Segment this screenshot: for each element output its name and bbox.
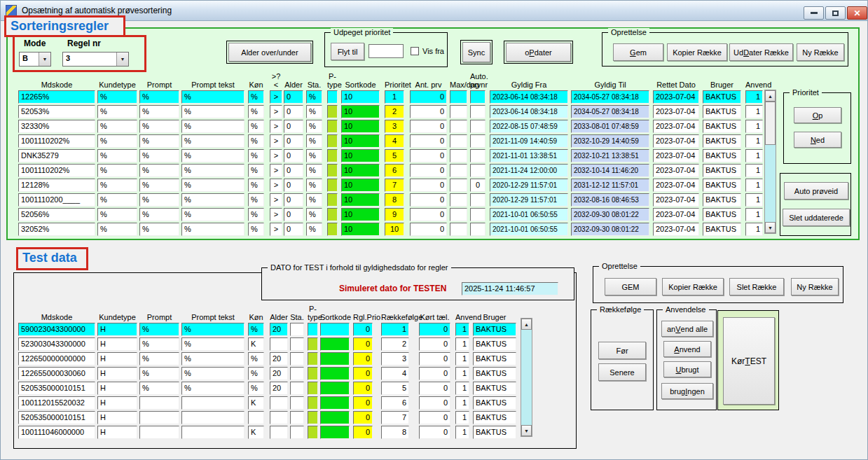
table-cell[interactable]	[470, 208, 485, 221]
table-cell[interactable]: 0	[284, 134, 303, 148]
table-cell[interactable]: 2031-12-12 11:57:01	[571, 179, 649, 192]
table-cell[interactable]: %	[181, 149, 244, 162]
koer-test-button[interactable]: Kør TEST	[723, 317, 775, 405]
table-cell[interactable]: 1	[745, 164, 763, 177]
rules-scrollbar[interactable]: ▲ ▼	[764, 90, 776, 234]
table-cell[interactable]	[308, 411, 318, 424]
table-cell[interactable]: BAKTUS	[703, 179, 741, 192]
table-cell[interactable]	[308, 396, 318, 410]
anvend-alle-button[interactable]: anVend alle	[661, 321, 713, 337]
table-cell[interactable]: 1	[455, 367, 469, 380]
table-cell[interactable]: 10	[341, 193, 380, 207]
table-cell[interactable]: 0	[470, 179, 485, 192]
table-cell[interactable]: %	[139, 105, 179, 118]
table-cell[interactable]: 0	[284, 120, 303, 133]
table-cell[interactable]: 2034-05-27 08:34:18	[571, 90, 649, 104]
table-cell[interactable]: 100112015520032	[18, 396, 95, 410]
table-cell[interactable]	[470, 90, 485, 104]
table-cell[interactable]: 1	[745, 120, 763, 133]
table-cell[interactable]: %	[181, 208, 244, 221]
table-cell[interactable]: 2023-07-04	[653, 223, 699, 236]
table-cell[interactable]: %	[248, 90, 264, 104]
sync-button[interactable]: Sync	[462, 42, 490, 62]
table-cell[interactable]	[139, 396, 179, 410]
table-cell[interactable]	[327, 208, 338, 221]
table-cell[interactable]: 2032-10-21 13:38:51	[571, 149, 649, 162]
table-cell[interactable]: 6	[381, 396, 409, 410]
uddater-raekke-button[interactable]: UdDater Række	[729, 43, 793, 61]
table-cell[interactable]: 10	[341, 208, 380, 221]
table-cell[interactable]: %	[306, 223, 322, 236]
table-cell[interactable]	[327, 223, 338, 236]
opdater-button[interactable]: oPdater	[506, 43, 571, 62]
table-cell[interactable]: 0	[353, 323, 373, 336]
table-cell[interactable]: >	[270, 149, 282, 162]
table-cell[interactable]: 2023-06-14 08:34:18	[490, 90, 568, 104]
table-cell[interactable]: 10	[385, 223, 404, 236]
table-cell[interactable]: 0	[410, 223, 447, 236]
table-cell[interactable]: BAKTUS	[473, 426, 516, 439]
table-cell[interactable]: %	[181, 323, 244, 336]
table-cell[interactable]: 0	[284, 105, 303, 118]
table-cell[interactable]: K	[248, 396, 264, 410]
table-cell[interactable]: %	[139, 208, 179, 221]
table-cell[interactable]: %	[181, 337, 244, 351]
table-cell[interactable]: 1	[745, 134, 763, 148]
table-cell[interactable]: %	[248, 164, 264, 177]
table-cell[interactable]	[450, 105, 467, 118]
table-cell[interactable]: 2023-07-04	[653, 193, 699, 207]
table-cell[interactable]: 0	[284, 208, 303, 221]
table-cell[interactable]: H	[97, 382, 137, 395]
regel-nr-select[interactable]: 3 ▼	[62, 52, 129, 67]
table-cell[interactable]: K	[248, 426, 264, 439]
table-cell[interactable]: 3	[385, 120, 404, 133]
table-cell[interactable]: H	[97, 396, 137, 410]
chevron-down-icon[interactable]: ▼	[39, 53, 50, 66]
table-cell[interactable]: %	[306, 120, 322, 133]
table-cell[interactable]	[327, 193, 338, 207]
table-cell[interactable]	[248, 411, 264, 424]
table-cell[interactable]: >	[270, 179, 282, 192]
table-cell[interactable]: 0	[419, 411, 450, 424]
auto-proveid-button[interactable]: Auto prøveid	[784, 182, 848, 200]
table-cell[interactable]: 2021-10-01 06:50:55	[490, 223, 568, 236]
table-cell[interactable]: 5	[381, 382, 409, 395]
table-cell[interactable]: 2023-07-04	[653, 105, 699, 118]
table-cell[interactable]	[139, 411, 179, 424]
slet-uddaterede-button[interactable]: Slet uddaterede	[783, 209, 850, 226]
table-cell[interactable]: 1	[745, 193, 763, 207]
table-cell[interactable]: BAKTUS	[703, 90, 741, 104]
table-cell[interactable]: 52053%	[18, 105, 95, 118]
table-cell[interactable]	[320, 426, 350, 439]
table-cell[interactable]: 2021-11-01 13:38:51	[490, 149, 568, 162]
table-cell[interactable]: %	[181, 382, 244, 395]
table-cell[interactable]	[290, 382, 304, 395]
table-cell[interactable]: 7	[381, 411, 409, 424]
table-cell[interactable]	[450, 208, 467, 221]
table-cell[interactable]	[270, 411, 288, 424]
gem-test-button[interactable]: GEM	[605, 278, 656, 295]
table-cell[interactable]: H	[97, 426, 137, 439]
alder-over-under-button[interactable]: Alder over/under	[228, 43, 311, 62]
table-cell[interactable]: BAKTUS	[473, 396, 516, 410]
table-cell[interactable]	[327, 179, 338, 192]
table-cell[interactable]: H	[97, 337, 137, 351]
table-cell[interactable]: H	[97, 323, 137, 336]
simuleret-dato-input[interactable]: 2025-11-24 11:46:57	[462, 282, 558, 295]
table-cell[interactable]: 1	[745, 149, 763, 162]
table-cell[interactable]: DNK35279	[18, 149, 95, 162]
table-cell[interactable]: %	[306, 90, 322, 104]
table-cell[interactable]: 1001110202%	[18, 134, 95, 148]
close-button[interactable]: ✕	[847, 6, 867, 20]
table-cell[interactable]: 2023-07-04	[653, 134, 699, 148]
table-cell[interactable]: %	[248, 223, 264, 236]
table-cell[interactable]: BAKTUS	[473, 411, 516, 424]
flyt-til-button[interactable]: Flyt til	[331, 43, 364, 60]
table-cell[interactable]: %	[181, 367, 244, 380]
table-cell[interactable]: %	[139, 134, 179, 148]
table-cell[interactable]: %	[248, 134, 264, 148]
table-cell[interactable]	[327, 105, 338, 118]
table-cell[interactable]	[320, 323, 350, 336]
table-cell[interactable]	[270, 396, 288, 410]
table-cell[interactable]: BAKTUS	[703, 120, 741, 133]
